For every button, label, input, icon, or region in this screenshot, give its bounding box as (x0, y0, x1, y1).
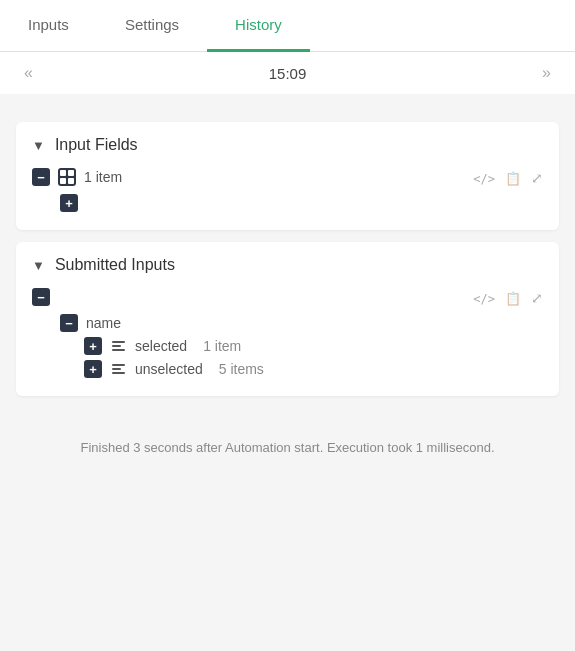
submitted-name-row: − name (60, 314, 543, 332)
unselected-expand-icon[interactable]: + (84, 360, 102, 378)
next-arrow[interactable]: » (534, 60, 559, 86)
submitted-expand-icon[interactable] (531, 289, 543, 306)
input-fields-section: ▼ Input Fields − 1 item + (16, 122, 559, 230)
grid-icon (58, 168, 76, 186)
list-icon-selected (112, 341, 125, 351)
footer-text: Finished 3 seconds after Automation star… (80, 440, 494, 455)
input-fields-collapse-icon[interactable]: ▼ (32, 138, 45, 153)
name-collapse-icon[interactable]: − (60, 314, 78, 332)
input-fields-root-row: − 1 item (32, 168, 543, 186)
submitted-inputs-section: ▼ Submitted Inputs − − name + sele (16, 242, 559, 396)
selected-row: + selected 1 item (84, 337, 543, 355)
list-icon-unselected (112, 364, 125, 374)
input-fields-count: 1 item (84, 169, 122, 185)
unselected-count: 5 items (219, 361, 264, 377)
submitted-inputs-collapse-icon[interactable]: ▼ (32, 258, 45, 273)
selected-count: 1 item (203, 338, 241, 354)
unselected-label: unselected (135, 361, 203, 377)
submitted-code-icon[interactable] (473, 289, 495, 306)
tab-bar: Inputs Settings History (0, 0, 575, 52)
footer: Finished 3 seconds after Automation star… (0, 424, 575, 463)
current-time: 15:09 (269, 65, 307, 82)
submitted-inputs-title: Submitted Inputs (55, 256, 175, 274)
selected-label: selected (135, 338, 187, 354)
prev-arrow[interactable]: « (16, 60, 41, 86)
input-fields-actions (473, 169, 543, 186)
submitted-inputs-root-row: − (32, 288, 543, 306)
submitted-inputs-header: ▼ Submitted Inputs (32, 256, 543, 274)
clipboard-icon[interactable] (505, 169, 521, 186)
collapse-icon[interactable]: − (32, 168, 50, 186)
time-navigation: « 15:09 » (0, 52, 575, 94)
input-fields-title: Input Fields (55, 136, 138, 154)
add-icon[interactable]: + (60, 194, 78, 212)
tab-settings[interactable]: Settings (97, 0, 207, 52)
submitted-clipboard-icon[interactable] (505, 289, 521, 306)
expand-icon[interactable] (531, 169, 543, 186)
submitted-root-collapse-icon[interactable]: − (32, 288, 50, 306)
selected-expand-icon[interactable]: + (84, 337, 102, 355)
main-content: ▼ Input Fields − 1 item + ▼ Submitted In… (0, 106, 575, 424)
unselected-row: + unselected 5 items (84, 360, 543, 378)
tab-history[interactable]: History (207, 0, 310, 52)
input-fields-add-child: + (60, 194, 543, 212)
input-fields-header: ▼ Input Fields (32, 136, 543, 154)
code-icon[interactable] (473, 169, 495, 186)
tab-inputs[interactable]: Inputs (0, 0, 97, 52)
submitted-inputs-actions (473, 289, 543, 306)
name-label: name (86, 315, 121, 331)
